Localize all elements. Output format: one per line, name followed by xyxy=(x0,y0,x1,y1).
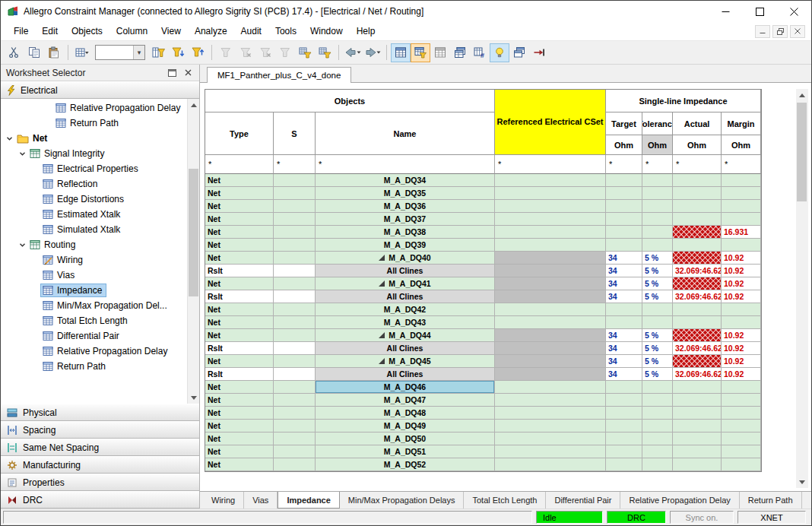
cell-type[interactable]: Rslt xyxy=(205,342,274,355)
cell-actual[interactable] xyxy=(673,252,722,265)
cell-tolerance[interactable]: 5 % xyxy=(642,342,673,355)
chevron-expanded-icon[interactable] xyxy=(17,242,27,249)
cell-type[interactable]: Rslt xyxy=(205,368,274,381)
scroll-up-button[interactable] xyxy=(188,99,199,111)
cell-type[interactable]: Rslt xyxy=(205,265,274,277)
filter-push-button[interactable] xyxy=(168,43,188,62)
cell-type[interactable]: Net xyxy=(205,226,274,239)
cell-s[interactable] xyxy=(274,355,316,368)
cell-referenced-ecset[interactable] xyxy=(495,445,606,458)
cell-s[interactable] xyxy=(274,329,316,342)
cell-actual[interactable] xyxy=(673,445,722,458)
cell-actual[interactable] xyxy=(673,200,722,213)
cell-tolerance[interactable] xyxy=(642,458,673,471)
tab-relative-propagation-delay[interactable]: Relative Propagation Delay xyxy=(620,492,739,509)
window-views-button[interactable] xyxy=(509,43,529,62)
cell-s[interactable] xyxy=(274,174,316,187)
tree-item-min-max-propagation-del[interactable]: Min/Max Propagation Del... xyxy=(1,298,188,313)
cell-name[interactable]: M_A_DQ47 xyxy=(316,394,495,407)
cell-referenced-ecset[interactable] xyxy=(495,303,606,316)
cell-type[interactable]: Net xyxy=(205,420,274,433)
float-window-icon[interactable] xyxy=(166,67,178,79)
cell-margin[interactable] xyxy=(722,213,761,226)
tree-item-electrical-properties[interactable]: Electrical Properties xyxy=(1,161,188,176)
cell-margin[interactable] xyxy=(722,381,761,394)
cell-tolerance[interactable] xyxy=(642,316,673,329)
cell-name[interactable]: M_A_DQ36 xyxy=(316,200,495,213)
cell-referenced-ecset[interactable] xyxy=(495,407,606,420)
cell-type[interactable]: Rslt xyxy=(205,290,274,303)
cell-name[interactable]: M_A_DQ34 xyxy=(316,174,495,187)
cell-type[interactable]: Net xyxy=(205,174,274,187)
cell-type[interactable]: Net xyxy=(205,381,274,394)
tree-item-return-path[interactable]: Return Path xyxy=(1,116,188,131)
cell-margin[interactable]: 10.92 xyxy=(722,265,761,277)
cell-referenced-ecset[interactable] xyxy=(495,252,606,265)
cell-actual[interactable] xyxy=(673,187,722,200)
expand-triangle-icon[interactable] xyxy=(379,358,385,364)
cell-s[interactable] xyxy=(274,200,316,213)
cell-margin[interactable] xyxy=(722,458,761,471)
cell-referenced-ecset[interactable] xyxy=(495,368,606,381)
cell-margin[interactable]: 10.92 xyxy=(722,368,761,381)
cell-actual[interactable] xyxy=(673,239,722,252)
cell-target[interactable]: 34 xyxy=(606,252,642,265)
chevron-down-icon[interactable]: ▾ xyxy=(133,46,144,59)
cell-s[interactable] xyxy=(274,316,316,329)
filter-cell[interactable]: * xyxy=(205,155,274,174)
cell-referenced-ecset[interactable] xyxy=(495,239,606,252)
section-properties[interactable]: Properties xyxy=(1,474,199,491)
scroll-thumb[interactable] xyxy=(797,103,807,201)
cell-margin[interactable] xyxy=(722,303,761,316)
tree-item-routing[interactable]: Routing xyxy=(1,237,188,252)
cell-name[interactable]: M_A_DQ37 xyxy=(316,213,495,226)
cell-name[interactable]: M_A_DQ45 xyxy=(316,355,495,368)
mdi-restore-button[interactable] xyxy=(772,25,788,38)
show-all-objects-button[interactable] xyxy=(391,43,411,62)
section-same-net-spacing[interactable]: Same Net Spacing xyxy=(1,439,199,456)
cell-referenced-ecset[interactable] xyxy=(495,213,606,226)
cell-s[interactable] xyxy=(274,252,316,265)
tree-item-total-etch-length[interactable]: Total Etch Length xyxy=(1,313,188,328)
cell-type[interactable]: Net xyxy=(205,433,274,445)
cell-referenced-ecset[interactable] xyxy=(495,200,606,213)
cell-name[interactable]: M_A_DQ40 xyxy=(316,252,495,265)
cell-actual[interactable] xyxy=(673,303,722,316)
cell-tolerance[interactable] xyxy=(642,381,673,394)
minimize-button[interactable] xyxy=(709,1,743,22)
cell-target[interactable] xyxy=(606,174,642,187)
cell-margin[interactable] xyxy=(722,394,761,407)
tab-wiring[interactable]: Wiring xyxy=(203,492,244,509)
cell-name[interactable]: M_A_DQ38 xyxy=(316,226,495,239)
cell-tolerance[interactable]: 5 % xyxy=(642,329,673,342)
menu-analyze[interactable]: Analyze xyxy=(188,24,234,38)
tab-total-etch-length[interactable]: Total Etch Length xyxy=(464,492,546,509)
cell-s[interactable] xyxy=(274,265,316,277)
col-header-tolerance[interactable]: Tolerance xyxy=(642,112,673,135)
show-counts-button[interactable]: # xyxy=(470,43,490,62)
scroll-down-button[interactable] xyxy=(796,476,807,488)
cell-type[interactable]: Net xyxy=(205,316,274,329)
tree-item-simulated-xtalk[interactable]: Simulated Xtalk xyxy=(1,222,188,237)
cell-tolerance[interactable] xyxy=(642,226,673,239)
menu-objects[interactable]: Objects xyxy=(65,24,109,38)
duplicate-worksheet-button[interactable] xyxy=(450,43,470,62)
cell-target[interactable] xyxy=(606,239,642,252)
cell-type[interactable]: Net xyxy=(205,407,274,420)
cell-s[interactable] xyxy=(274,303,316,316)
cell-actual[interactable] xyxy=(673,226,722,239)
cell-target[interactable] xyxy=(606,458,642,471)
cell-name[interactable]: M_A_DQ35 xyxy=(316,187,495,200)
cell-margin[interactable] xyxy=(722,433,761,445)
cell-s[interactable] xyxy=(274,458,316,471)
cell-margin[interactable] xyxy=(722,174,761,187)
cell-s[interactable] xyxy=(274,187,316,200)
tab-vias[interactable]: Vias xyxy=(244,492,278,509)
cell-actual[interactable] xyxy=(673,329,722,342)
cell-tolerance[interactable] xyxy=(642,213,673,226)
cell-tolerance[interactable] xyxy=(642,407,673,420)
cell-actual[interactable] xyxy=(673,213,722,226)
tab-differential-pair[interactable]: Differential Pair xyxy=(546,492,620,509)
analysis-lamp-button[interactable] xyxy=(490,43,509,62)
col-header-name[interactable]: Name xyxy=(316,112,495,155)
